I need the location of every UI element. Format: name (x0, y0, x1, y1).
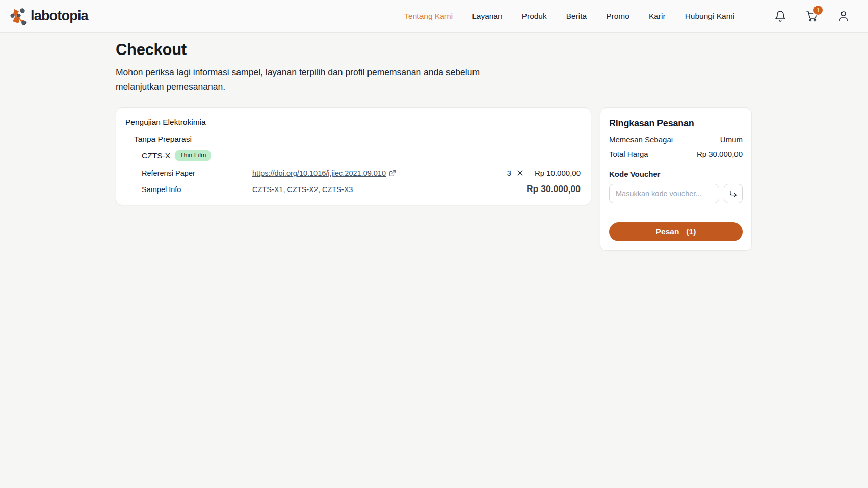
top-navigation-bar: labotopia Tentang Kami Layanan Produk Be… (0, 0, 868, 33)
nav-item-produk[interactable]: Produk (522, 12, 547, 21)
pesan-button-label: Pesan (656, 227, 679, 236)
order-summary-card: Ringkasan Pesanan Memesan Sebagai Umum T… (600, 107, 752, 251)
doi-link[interactable]: https://doi.org/10.1016/j.jiec.2021.09.0… (252, 169, 386, 177)
total-harga-value: Rp 30.000,00 (697, 150, 743, 158)
unit-price: Rp 10.000,00 (535, 169, 581, 177)
voucher-row (609, 184, 743, 203)
header-icon-group: 1 (774, 10, 850, 22)
external-link-icon (389, 170, 396, 177)
sample-type-badge: Thin Film (175, 150, 211, 161)
referensi-paper-label: Referensi Paper (142, 169, 252, 177)
referensi-paper-value: https://doi.org/10.1016/j.jiec.2021.09.0… (252, 169, 396, 177)
referensi-paper-row: Referensi Paper https://doi.org/10.1016/… (142, 169, 581, 177)
sample-name: CZTS-X (142, 151, 170, 160)
pesan-button-count: (1) (686, 227, 696, 236)
sampel-info-row: Sampel Info CZTS-X1, CZTS-X2, CZTS-X3 Rp… (142, 184, 581, 195)
nav-item-karir[interactable]: Karir (649, 12, 666, 21)
nav-item-layanan[interactable]: Layanan (472, 12, 502, 21)
user-profile-icon[interactable] (837, 10, 850, 22)
sampel-info-label: Sampel Info (142, 185, 252, 194)
brand-logo[interactable]: labotopia (9, 7, 88, 26)
corner-down-right-icon (729, 189, 738, 198)
quantity-price-group: 3 Rp 10.000,00 (507, 169, 581, 177)
nav-item-promo[interactable]: Promo (606, 12, 629, 21)
total-harga-label: Total Harga (609, 150, 648, 158)
nav-item-berita[interactable]: Berita (566, 12, 587, 21)
preparation-name: Tanpa Preparasi (134, 134, 581, 144)
voucher-label: Kode Voucher (609, 170, 743, 178)
sample-detail-rows: Referensi Paper https://doi.org/10.1016/… (142, 169, 581, 195)
memesan-sebagai-value: Umum (720, 135, 743, 144)
cart-icon[interactable]: 1 (806, 10, 818, 22)
nav-item-tentang-kami[interactable]: Tentang Kami (404, 12, 453, 21)
quantity-value: 3 (507, 169, 511, 177)
sample-line: CZTS-X Thin Film (142, 150, 581, 161)
summary-divider (609, 213, 743, 213)
memesan-sebagai-label: Memesan Sebagai (609, 135, 673, 144)
order-item-card: Pengujian Elektrokimia Tanpa Preparasi C… (116, 107, 591, 205)
main-nav: Tentang Kami Layanan Produk Berita Promo… (404, 12, 734, 21)
brand-wordmark: labotopia (31, 8, 88, 24)
notification-bell-icon[interactable] (774, 10, 786, 22)
memesan-sebagai-row: Memesan Sebagai Umum (609, 135, 743, 144)
item-subtotal: Rp 30.000,00 (527, 184, 581, 195)
checkout-page: Checkout Mohon periksa lagi informasi sa… (0, 33, 868, 251)
checkout-content: Pengujian Elektrokimia Tanpa Preparasi C… (116, 107, 868, 251)
summary-title: Ringkasan Pesanan (609, 118, 743, 129)
cart-count-badge: 1 (812, 5, 824, 16)
labotopia-logo-icon (9, 7, 29, 26)
pesan-button[interactable]: Pesan (1) (609, 222, 743, 241)
page-description: Mohon periksa lagi informasi sampel, lay… (116, 65, 497, 94)
page-title: Checkout (116, 41, 868, 59)
sampel-info-value: CZTS-X1, CZTS-X2, CZTS-X3 (252, 185, 353, 194)
voucher-code-input[interactable] (609, 184, 719, 203)
remove-item-icon[interactable] (516, 169, 524, 177)
nav-item-hubungi-kami[interactable]: Hubungi Kami (685, 12, 734, 21)
total-harga-row: Total Harga Rp 30.000,00 (609, 150, 743, 158)
apply-voucher-button[interactable] (724, 184, 743, 203)
service-name: Pengujian Elektrokimia (125, 118, 581, 127)
